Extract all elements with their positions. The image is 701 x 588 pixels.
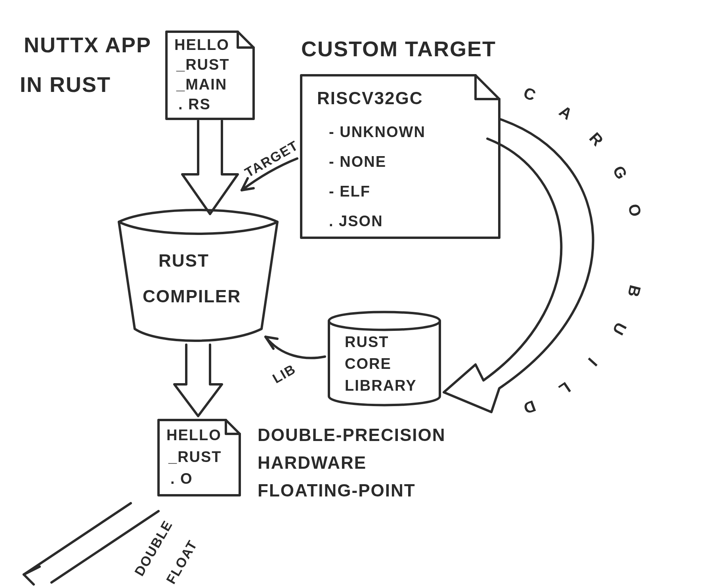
target-file-item3: . JSON <box>329 212 383 231</box>
output-file-l2: _RUST <box>168 448 222 467</box>
core-lib-top <box>329 321 440 330</box>
target-file-l1: RISCV32GC <box>317 87 423 109</box>
compiler-l1: RUST <box>159 250 209 271</box>
arrow-lib <box>266 337 325 358</box>
title-line1: NUTTX APP <box>24 32 151 59</box>
diagram-stage: NUTTX APP IN RUST CUSTOM TARGET HELLO _R… <box>0 0 701 588</box>
core-lib-l3: LIBRARY <box>345 376 416 395</box>
source-file-l3: _MAIN <box>176 75 227 94</box>
target-file-item2: - ELF <box>329 182 371 201</box>
source-file-l1: HELLO <box>174 36 229 55</box>
compiler-l2: COMPILER <box>143 285 241 307</box>
target-file-item1: - NONE <box>329 153 386 172</box>
title-line2: IN RUST <box>20 71 111 98</box>
compiler-rim <box>119 222 277 234</box>
output-file-l3: . O <box>170 470 193 489</box>
arrow-cargo-outer <box>444 119 593 412</box>
source-file-l4: . RS <box>178 95 211 114</box>
source-file-l2: _RUST <box>176 55 230 74</box>
arrow-source-to-compiler <box>182 121 238 214</box>
arrow-double-float-head <box>24 567 40 584</box>
arrow-double-float-1 <box>24 503 131 575</box>
core-lib-l1: RUST <box>345 333 389 352</box>
custom-target-heading: CUSTOM TARGET <box>301 36 496 63</box>
notes-l2: HARDWARE <box>258 452 367 473</box>
core-lib-l2: CORE <box>345 355 392 374</box>
arrow-compiler-to-output <box>174 345 222 416</box>
output-file-l1: HELLO <box>166 426 222 445</box>
target-file-item0: - UNKNOWN <box>329 123 426 142</box>
notes-l3: FLOATING-POINT <box>258 479 416 501</box>
notes-l1: DOUBLE-PRECISION <box>258 424 445 446</box>
